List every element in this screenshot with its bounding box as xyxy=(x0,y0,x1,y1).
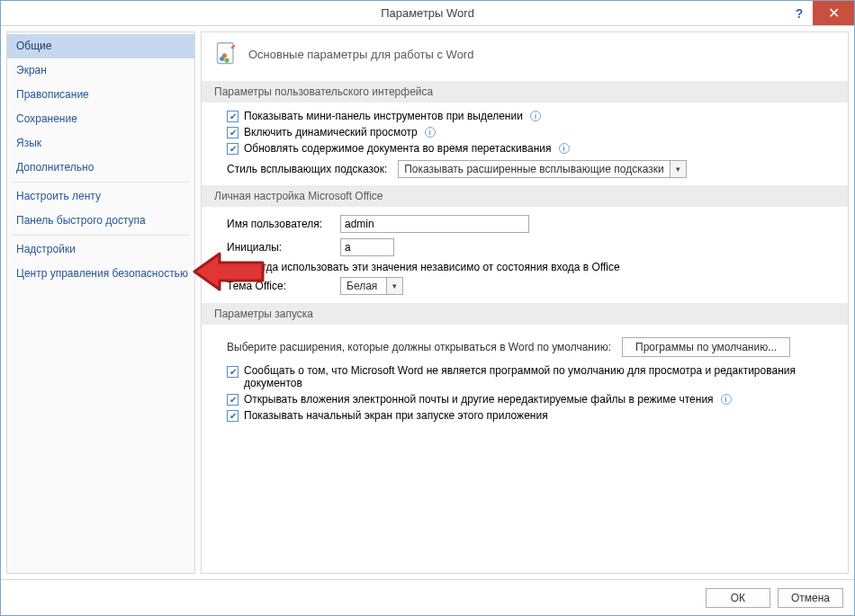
opt-show-start-label: Показывать начальный экран при запуске э… xyxy=(244,409,548,422)
chevron-down-icon[interactable]: ▾ xyxy=(386,278,402,294)
initials-label: Инициалы: xyxy=(227,241,335,254)
opt-update-drag-row: Обновлять содержимое документа во время … xyxy=(214,140,835,156)
sidebar-item-save[interactable]: Сохранение xyxy=(7,107,194,131)
theme-combo[interactable]: Белая ▾ xyxy=(340,277,403,295)
sidebar-item-display[interactable]: Экран xyxy=(7,58,194,83)
checkbox-always-use[interactable] xyxy=(227,262,238,273)
chevron-down-icon[interactable]: ▾ xyxy=(670,161,686,177)
always-use-row: Всегда использовать эти значения независ… xyxy=(214,259,835,275)
info-icon[interactable]: i xyxy=(530,111,541,121)
dialog-body: Общие Экран Правописание Сохранение Язык… xyxy=(1,26,854,579)
checkbox-live-preview[interactable] xyxy=(227,127,238,138)
category-sidebar: Общие Экран Правописание Сохранение Язык… xyxy=(6,31,195,574)
main-header: Основные параметры для работы с Word xyxy=(214,41,835,76)
sidebar-item-proofing[interactable]: Правописание xyxy=(7,83,194,107)
default-programs-button[interactable]: Программы по умолчанию... xyxy=(622,337,790,357)
close-button[interactable]: ✕ xyxy=(813,1,854,25)
section-ui-title: Параметры пользовательского интерфейса xyxy=(202,81,848,103)
cancel-button[interactable]: Отмена xyxy=(778,588,843,608)
info-icon[interactable]: i xyxy=(721,394,732,405)
opt-update-drag-label: Обновлять содержимое документа во время … xyxy=(244,142,552,155)
dialog-footer: ОК Отмена xyxy=(1,579,854,615)
sidebar-item-advanced[interactable]: Дополнительно xyxy=(7,156,194,180)
username-label: Имя пользователя: xyxy=(227,218,335,230)
opt-open-attachments-row: Открывать вложения электронной почты и д… xyxy=(214,391,835,407)
svg-point-3 xyxy=(222,53,227,58)
checkbox-update-drag[interactable] xyxy=(227,143,238,155)
section-startup-title: Параметры запуска xyxy=(202,303,848,325)
username-input[interactable] xyxy=(340,215,529,233)
opt-not-default-row: Сообщать о том, что Microsoft Word не яв… xyxy=(214,362,835,391)
default-extensions-label: Выберите расширения, которые должны откр… xyxy=(227,341,611,353)
opt-live-preview-row: Включить динамический просмотр i xyxy=(214,124,835,140)
titlebar: Параметры Word ? ✕ xyxy=(1,1,854,26)
main-panel: Основные параметры для работы с Word Пар… xyxy=(201,31,849,574)
default-extensions-row: Выберите расширения, которые должны откр… xyxy=(214,330,835,362)
sidebar-item-quick-access[interactable]: Панель быстрого доступа xyxy=(7,209,194,233)
word-options-window: Параметры Word ? ✕ Общие Экран Правописа… xyxy=(0,0,855,616)
tooltip-style-value: Показывать расширенные всплывающие подск… xyxy=(399,163,669,175)
sidebar-item-general[interactable]: Общие xyxy=(7,34,194,58)
theme-row: Тема Office: Белая ▾ xyxy=(214,275,835,298)
section-personal-title: Личная настройка Microsoft Office xyxy=(202,185,848,207)
opt-open-attachments-label: Открывать вложения электронной почты и д… xyxy=(244,393,714,406)
opt-mini-toolbar-row: Показывать мини-панель инструментов при … xyxy=(214,108,835,124)
sidebar-item-language[interactable]: Язык xyxy=(7,131,194,156)
opt-show-start-row: Показывать начальный экран при запуске э… xyxy=(214,407,835,424)
opt-not-default-label: Сообщать о том, что Microsoft Word не яв… xyxy=(244,364,802,389)
window-controls: ? ✕ xyxy=(786,1,854,25)
always-use-label: Всегда использовать эти значения независ… xyxy=(244,261,620,273)
username-row: Имя пользователя: xyxy=(214,212,835,236)
theme-value: Белая xyxy=(341,280,386,292)
checkbox-not-default[interactable] xyxy=(227,366,238,378)
sidebar-item-trust-center[interactable]: Центр управления безопасностью xyxy=(7,262,194,286)
help-button[interactable]: ? xyxy=(786,1,813,25)
info-icon[interactable]: i xyxy=(559,143,570,154)
opt-mini-toolbar-label: Показывать мини-панель инструментов при … xyxy=(244,110,523,122)
sidebar-item-addins[interactable]: Надстройки xyxy=(7,237,194,262)
window-title: Параметры Word xyxy=(1,6,854,20)
initials-input[interactable] xyxy=(340,238,394,256)
main-heading: Основные параметры для работы с Word xyxy=(248,48,473,61)
opt-live-preview-label: Включить динамический просмотр xyxy=(244,126,418,138)
info-icon[interactable]: i xyxy=(425,127,436,138)
svg-point-2 xyxy=(224,58,229,62)
checkbox-mini-toolbar[interactable] xyxy=(227,111,238,122)
options-icon xyxy=(214,41,239,67)
initials-row: Инициалы: xyxy=(214,236,835,259)
checkbox-show-start[interactable] xyxy=(227,410,238,422)
tooltip-style-label: Стиль всплывающих подсказок: xyxy=(227,163,387,175)
theme-label: Тема Office: xyxy=(227,280,335,292)
checkbox-open-attachments[interactable] xyxy=(227,394,238,406)
tooltip-style-combo[interactable]: Показывать расширенные всплывающие подск… xyxy=(398,160,686,178)
tooltip-style-row: Стиль всплывающих подсказок: Показывать … xyxy=(214,156,835,180)
sidebar-item-customize-ribbon[interactable]: Настроить ленту xyxy=(7,184,194,209)
ok-button[interactable]: ОК xyxy=(706,588,770,608)
